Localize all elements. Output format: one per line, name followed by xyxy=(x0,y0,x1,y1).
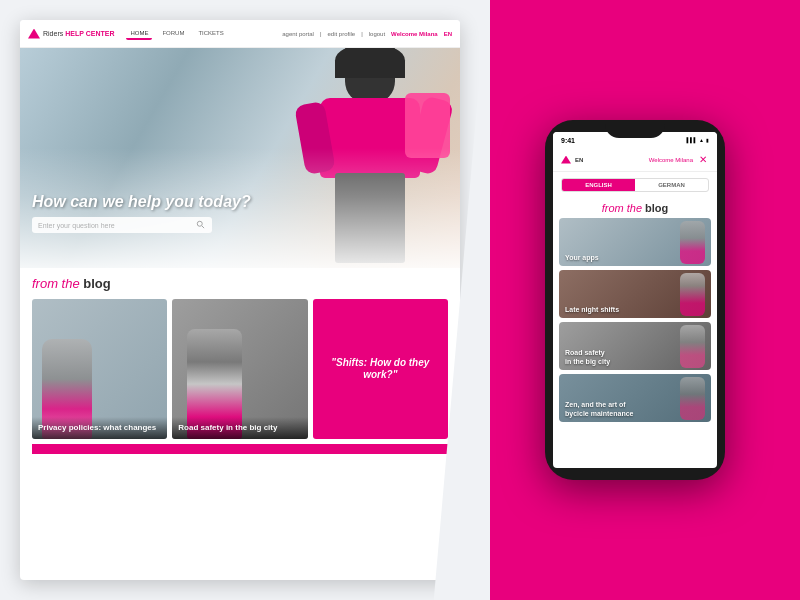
search-icon xyxy=(196,220,206,230)
phone-blog-label-bold: blog xyxy=(645,202,668,214)
logo-help-center: HELP CENTER xyxy=(63,30,114,37)
signal-icon: ▌▌▌ xyxy=(686,137,697,143)
phone-blog-item-zen[interactable]: Zen, and the art of bycicle maintenance xyxy=(559,374,711,422)
blog-section: from the blog Privacy policies: what cha… xyxy=(20,268,460,462)
phone-frame: 9:41 ▌▌▌ ▲ ▮ EN Welcome Milana ✕ xyxy=(545,120,725,480)
phone-app-nav: EN Welcome Milana ✕ xyxy=(553,148,717,172)
phone-blog-list: Your apps Late night shifts Road safety … xyxy=(553,218,717,422)
phone-screen: 9:41 ▌▌▌ ▲ ▮ EN Welcome Milana ✕ xyxy=(553,132,717,468)
phone-blog-item-4-title: Zen, and the art of bycicle maintenance xyxy=(559,397,639,422)
desktop-section: Riders HELP CENTER HOME FORUM TICKETS ag… xyxy=(0,0,490,600)
nav-home[interactable]: HOME xyxy=(126,28,152,40)
nav-forum[interactable]: FORUM xyxy=(158,28,188,40)
nav-language[interactable]: EN xyxy=(444,31,452,37)
phone-notch xyxy=(605,120,665,138)
battery-icon: ▮ xyxy=(706,137,709,143)
blog-grid: Privacy policies: what changes Road safe… xyxy=(32,299,448,439)
blog-card-shifts[interactable]: "Shifts: How do they work?" xyxy=(313,299,448,439)
phone-logo-icon xyxy=(561,156,571,164)
search-placeholder: Enter your question here xyxy=(38,222,196,229)
edit-profile-link[interactable]: edit profile xyxy=(327,31,355,37)
nav-welcome: Welcome Milana xyxy=(391,31,438,37)
blog-card-1-overlay: Privacy policies: what changes xyxy=(32,417,167,439)
mobile-section: 9:41 ▌▌▌ ▲ ▮ EN Welcome Milana ✕ xyxy=(490,0,800,600)
agent-portal-link[interactable]: agent portal xyxy=(282,31,314,37)
website-nav: Riders HELP CENTER HOME FORUM TICKETS ag… xyxy=(20,20,460,48)
phone-blog-item-3-title: Road safety in the big city xyxy=(559,345,616,370)
blog-card-privacy[interactable]: Privacy policies: what changes xyxy=(32,299,167,439)
phone-blog-item-road-safety[interactable]: Road safety in the big city xyxy=(559,322,711,370)
separator1: | xyxy=(320,31,322,37)
phone-lang-tabs: ENGLISH GERMAN xyxy=(561,178,709,192)
website-logo: Riders HELP CENTER xyxy=(28,29,114,39)
close-icon[interactable]: ✕ xyxy=(697,154,709,166)
logout-link[interactable]: logout xyxy=(369,31,385,37)
hero-text: How can we help you today? Enter your qu… xyxy=(32,193,380,233)
nav-tickets[interactable]: TICKETS xyxy=(194,28,227,40)
phone-time: 9:41 xyxy=(561,137,575,144)
phone-welcome-name: Milana xyxy=(675,157,693,163)
phone-blog-item-late-night[interactable]: Late night shifts xyxy=(559,270,711,318)
phone-status-icons: ▌▌▌ ▲ ▮ xyxy=(686,137,709,143)
phone-blog-item-2-title: Late night shifts xyxy=(559,302,625,318)
wifi-icon: ▲ xyxy=(699,137,704,143)
blog-bottom-bar xyxy=(32,444,448,454)
blog-card-3-title: "Shifts: How do they work?" xyxy=(323,357,438,381)
phone-lang-tab-english[interactable]: ENGLISH xyxy=(562,179,635,191)
hero-title: How can we help you today? xyxy=(32,193,380,211)
phone-lang-tab-german[interactable]: GERMAN xyxy=(635,179,708,191)
svg-line-1 xyxy=(202,226,204,228)
phone-blog-item-1-title: Your apps xyxy=(559,250,605,266)
logo-text: Riders HELP CENTER xyxy=(43,30,114,37)
blog-card-2-title: Road safety in the big city xyxy=(178,423,301,433)
blog-label: from the xyxy=(32,276,83,291)
hero-area: How can we help you today? Enter your qu… xyxy=(20,48,460,268)
blog-card-2-overlay: Road safety in the big city xyxy=(172,417,307,439)
blog-card-road[interactable]: Road safety in the big city xyxy=(172,299,307,439)
blog-label-bold: blog xyxy=(83,276,110,291)
separator2: | xyxy=(361,31,363,37)
phone-blog-item-your-apps[interactable]: Your apps xyxy=(559,218,711,266)
phone-lang[interactable]: EN xyxy=(575,157,583,163)
search-bar[interactable]: Enter your question here xyxy=(32,217,212,233)
phone-blog-header: from the blog xyxy=(553,198,717,218)
blog-header: from the blog xyxy=(32,276,448,291)
phone-wrapper: 9:41 ▌▌▌ ▲ ▮ EN Welcome Milana ✕ xyxy=(545,120,725,480)
phone-welcome: Welcome Milana xyxy=(649,157,693,163)
nav-right: agent portal | edit profile | logout Wel… xyxy=(282,31,452,37)
website-wrapper: Riders HELP CENTER HOME FORUM TICKETS ag… xyxy=(20,20,460,580)
blog-card-1-title: Privacy policies: what changes xyxy=(38,423,161,433)
logo-icon xyxy=(28,29,40,39)
nav-links: HOME FORUM TICKETS xyxy=(126,28,227,40)
svg-point-0 xyxy=(197,221,202,226)
phone-blog-label: from the xyxy=(602,202,645,214)
